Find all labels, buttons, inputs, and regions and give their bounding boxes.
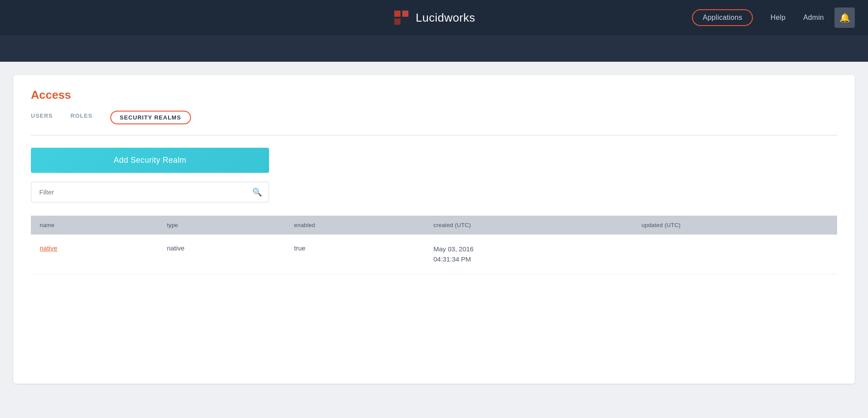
- realm-name-link[interactable]: native: [40, 244, 57, 252]
- svg-rect-2: [402, 11, 408, 17]
- tab-roles[interactable]: ROLES: [71, 112, 93, 123]
- svg-rect-0: [394, 11, 400, 17]
- main-content: Access USERS ROLES SECURITY REALMS Add S…: [0, 62, 868, 418]
- filter-input[interactable]: [31, 182, 269, 202]
- created-time: 04:31:34 PM: [434, 254, 624, 265]
- col-header-type: type: [158, 216, 285, 235]
- cell-enabled: true: [285, 235, 425, 274]
- notifications-button[interactable]: 🔔: [834, 7, 855, 28]
- table-header: name type enabled created (UTC) updated …: [31, 216, 837, 235]
- col-header-updated: updated (UTC): [633, 216, 837, 235]
- cell-updated: [633, 235, 837, 274]
- filter-container: 🔍: [31, 182, 269, 202]
- cell-created: May 03, 2016 04:31:34 PM: [425, 235, 633, 274]
- created-date: May 03, 2016: [434, 244, 624, 254]
- cell-type: native: [158, 235, 285, 274]
- page-title: Access: [31, 88, 837, 102]
- col-header-created: created (UTC): [425, 216, 633, 235]
- tab-users[interactable]: USERS: [31, 112, 53, 123]
- tabs-container: USERS ROLES SECURITY REALMS: [31, 111, 837, 130]
- svg-rect-1: [394, 19, 400, 25]
- search-icon: 🔍: [252, 187, 262, 197]
- nav-applications[interactable]: Applications: [692, 9, 753, 26]
- tab-security-realms[interactable]: SECURITY REALMS: [110, 111, 191, 124]
- main-nav: Applications Help Admin: [692, 9, 824, 26]
- table-row: native native true May 03, 2016 04:31:34…: [31, 235, 837, 274]
- bell-icon: 🔔: [839, 12, 850, 23]
- sub-header: [0, 35, 868, 62]
- access-card: Access USERS ROLES SECURITY REALMS Add S…: [13, 75, 855, 384]
- col-header-enabled: enabled: [285, 216, 425, 235]
- nav-admin[interactable]: Admin: [803, 14, 824, 22]
- add-security-realm-button[interactable]: Add Security Realm: [31, 148, 269, 173]
- col-header-name: name: [31, 216, 158, 235]
- nav-help[interactable]: Help: [771, 14, 786, 22]
- table-body: native native true May 03, 2016 04:31:34…: [31, 235, 837, 274]
- logo-text: Lucidworks: [415, 11, 475, 25]
- main-header: Lucidworks Applications Help Admin 🔔: [0, 0, 868, 35]
- tab-divider: [31, 135, 837, 135]
- security-realms-table: name type enabled created (UTC) updated …: [31, 216, 837, 274]
- lucidworks-logo-icon: [393, 9, 410, 26]
- cell-name: native: [31, 235, 158, 274]
